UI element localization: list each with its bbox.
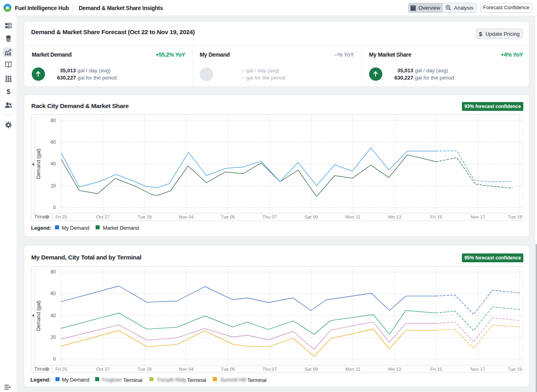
svg-text:Thu 07: Thu 07 — [262, 214, 277, 219]
svg-text:0: 0 — [53, 356, 56, 362]
svg-text:60: 60 — [50, 139, 56, 145]
svg-text:Tue 19: Tue 19 — [508, 214, 522, 219]
svg-text:Oct 27: Oct 27 — [96, 214, 110, 219]
svg-text:Fri 25: Fri 25 — [55, 214, 67, 219]
svg-text:20: 20 — [50, 335, 56, 340]
svg-text:Mon 11: Mon 11 — [345, 367, 360, 372]
svg-text:Fri 15: Fri 15 — [430, 214, 442, 219]
svg-text:Nov 04: Nov 04 — [179, 214, 194, 219]
svg-text:Nov 17: Nov 17 — [470, 214, 485, 219]
svg-text:Mon 11: Mon 11 — [345, 214, 360, 219]
svg-text:Demand (gal): Demand (gal) — [36, 300, 41, 331]
svg-text:Tue 05: Tue 05 — [221, 367, 235, 372]
svg-text:We 13: We 13 — [388, 367, 401, 372]
svg-text:Thu 07: Thu 07 — [262, 367, 277, 372]
svg-text:Tue 19: Tue 19 — [508, 367, 522, 372]
svg-text:80: 80 — [50, 118, 56, 123]
svg-text:Nov 17: Nov 17 — [470, 367, 485, 372]
svg-text:Tue 05: Tue 05 — [221, 214, 235, 219]
svg-text:Sat 09: Sat 09 — [304, 367, 318, 372]
svg-text:40: 40 — [50, 161, 56, 167]
svg-text:Nov 04: Nov 04 — [179, 367, 194, 372]
svg-text:Fri 25: Fri 25 — [55, 367, 67, 372]
svg-text:Tue 29: Tue 29 — [137, 214, 151, 219]
svg-text:Tue 29: Tue 29 — [137, 367, 151, 372]
svg-text:20: 20 — [50, 183, 56, 188]
svg-text:Time: Time — [34, 366, 45, 372]
svg-text:We 13: We 13 — [388, 214, 401, 219]
svg-text:60: 60 — [50, 291, 56, 297]
svg-text:Sat 09: Sat 09 — [304, 214, 318, 219]
svg-text:40: 40 — [50, 313, 56, 318]
svg-text:Fri 15: Fri 15 — [430, 367, 442, 372]
svg-text:Time: Time — [34, 214, 45, 220]
svg-text:Oct 27: Oct 27 — [96, 367, 110, 372]
svg-text:80: 80 — [50, 269, 56, 275]
svg-text:Demand (gal): Demand (gal) — [36, 149, 41, 179]
svg-text:0: 0 — [53, 204, 56, 210]
